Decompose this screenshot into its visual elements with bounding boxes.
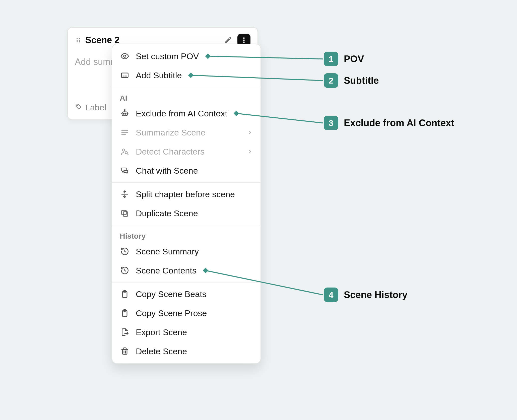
scene-context-menu: Set custom POVAdd SubtitleAIExclude from… <box>112 44 261 364</box>
menu-item-split-chapter[interactable]: Split chapter before scene <box>112 185 261 204</box>
history-icon <box>120 246 130 256</box>
subtitle-icon <box>120 70 130 80</box>
callout-4: 4Scene History <box>324 288 407 302</box>
svg-rect-37 <box>122 349 127 355</box>
menu-item-hist-contents[interactable]: Scene Contents <box>112 261 261 280</box>
menu-divider <box>112 182 261 183</box>
copy-icon <box>120 208 130 218</box>
eye-icon <box>120 51 130 61</box>
callout-badge: 1 <box>324 52 338 66</box>
menu-item-label: Summarize Scene <box>136 128 206 137</box>
menu-item-add-subtitle[interactable]: Add Subtitle <box>112 66 261 85</box>
menu-divider <box>112 282 261 283</box>
svg-point-24 <box>122 149 125 151</box>
callout-label: Scene History <box>344 290 407 300</box>
menu-item-exclude-ai[interactable]: Exclude from AI Context <box>112 104 261 123</box>
svg-line-26 <box>127 154 128 155</box>
svg-point-2 <box>77 40 78 41</box>
tag-icon <box>75 103 82 112</box>
menu-item-duplicate[interactable]: Duplicate Scene <box>112 204 261 223</box>
svg-point-16 <box>125 113 126 114</box>
chat-icon <box>120 166 130 176</box>
menu-section-ai: AI <box>112 89 261 104</box>
menu-item-label: Chat with Scene <box>136 166 198 176</box>
svg-point-4 <box>77 41 78 43</box>
menu-item-export[interactable]: Export Scene <box>112 323 261 342</box>
svg-point-3 <box>79 40 80 41</box>
menu-item-label: Detect Characters <box>136 147 205 157</box>
menu-item-label: Set custom POV <box>136 51 199 61</box>
menu-item-label: Scene Contents <box>136 266 197 275</box>
menu-item-label: Add Subtitle <box>136 71 182 80</box>
split-icon <box>120 189 130 199</box>
svg-rect-31 <box>122 210 126 215</box>
clipboard-icon <box>120 308 130 318</box>
callout-badge: 3 <box>324 116 338 130</box>
menu-item-summarize: Summarize Scene <box>112 123 261 142</box>
menu-item-copy-beats[interactable]: Copy Scene Beats <box>112 285 261 304</box>
scene-label-text: Label <box>85 103 106 112</box>
svg-point-10 <box>124 55 126 57</box>
clipboard-icon <box>120 289 130 299</box>
chevron-right-icon <box>247 128 253 137</box>
svg-point-9 <box>77 105 78 106</box>
callout-label: Exclude from AI Context <box>344 118 454 128</box>
svg-point-0 <box>77 38 78 39</box>
menu-item-delete[interactable]: Delete Scene <box>112 342 261 361</box>
callout-badge: 4 <box>324 288 338 302</box>
robot-icon <box>120 108 130 118</box>
callout-3: 3Exclude from AI Context <box>324 116 454 130</box>
history-icon <box>120 265 130 275</box>
svg-point-5 <box>79 41 80 43</box>
menu-item-label: Split chapter before scene <box>136 189 235 199</box>
menu-item-chat-scene[interactable]: Chat with Scene <box>112 161 261 180</box>
svg-point-18 <box>124 110 125 110</box>
menu-item-label: Scene Summary <box>136 247 199 256</box>
svg-point-1 <box>79 38 80 39</box>
trash-icon <box>120 346 130 356</box>
svg-rect-14 <box>122 112 127 116</box>
menu-item-label: Delete Scene <box>136 346 187 356</box>
menu-item-hist-summary[interactable]: Scene Summary <box>112 242 261 261</box>
callout-label: POV <box>344 54 364 64</box>
svg-rect-11 <box>121 73 128 78</box>
menu-section-history: History <box>112 227 261 242</box>
menu-divider <box>112 225 261 225</box>
svg-point-8 <box>243 41 245 43</box>
menu-item-label: Exclude from AI Context <box>136 109 227 118</box>
callout-2: 2Subtitle <box>324 73 379 88</box>
person-search-icon <box>120 147 130 157</box>
lines-icon <box>120 127 130 137</box>
export-icon <box>120 327 130 337</box>
scene-label-row[interactable]: Label <box>75 103 106 112</box>
svg-point-6 <box>243 37 245 39</box>
menu-item-set-pov[interactable]: Set custom POV <box>112 47 261 66</box>
menu-item-label: Export Scene <box>136 327 187 337</box>
svg-rect-30 <box>123 212 128 216</box>
svg-point-7 <box>243 39 245 41</box>
callout-badge: 2 <box>324 73 338 88</box>
drag-handle-icon[interactable] <box>75 37 82 44</box>
menu-item-label: Copy Scene Beats <box>136 289 207 299</box>
menu-item-label: Copy Scene Prose <box>136 308 207 318</box>
menu-item-detect-chars: Detect Characters <box>112 142 261 161</box>
chevron-right-icon <box>247 147 253 157</box>
menu-divider <box>112 87 261 87</box>
menu-item-copy-prose[interactable]: Copy Scene Prose <box>112 304 261 323</box>
callout-1: 1POV <box>324 52 364 66</box>
menu-item-label: Duplicate Scene <box>136 208 198 218</box>
callout-label: Subtitle <box>344 75 379 86</box>
svg-point-15 <box>123 113 124 114</box>
scene-title: Scene 2 <box>85 35 119 45</box>
